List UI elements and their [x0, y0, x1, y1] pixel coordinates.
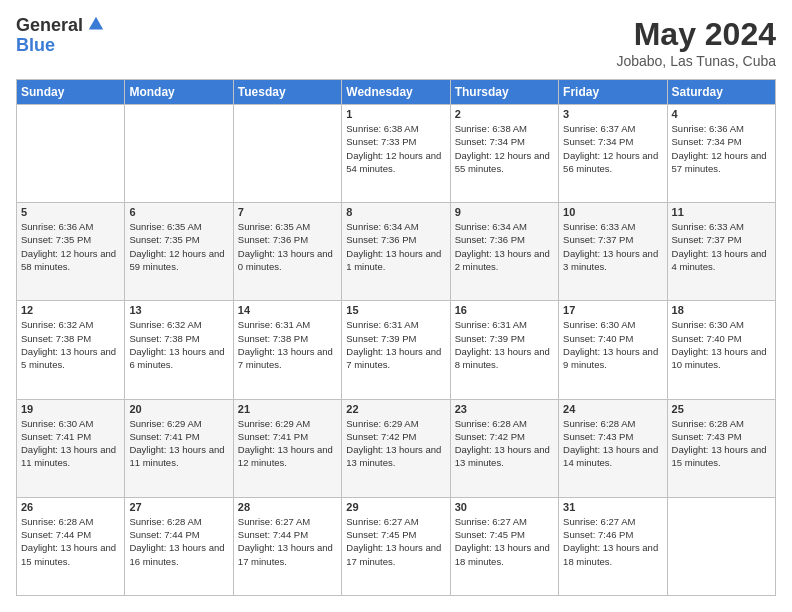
- day-number: 30: [455, 501, 554, 513]
- day-info: Sunrise: 6:32 AMSunset: 7:38 PMDaylight:…: [129, 318, 228, 371]
- table-row: 6Sunrise: 6:35 AMSunset: 7:35 PMDaylight…: [125, 203, 233, 301]
- header: General Blue May 2024 Jobabo, Las Tunas,…: [16, 16, 776, 69]
- calendar-week-row: 5Sunrise: 6:36 AMSunset: 7:35 PMDaylight…: [17, 203, 776, 301]
- logo-icon: [87, 15, 105, 33]
- day-info: Sunrise: 6:30 AMSunset: 7:41 PMDaylight:…: [21, 417, 120, 470]
- day-number: 6: [129, 206, 228, 218]
- calendar-week-row: 19Sunrise: 6:30 AMSunset: 7:41 PMDayligh…: [17, 399, 776, 497]
- day-number: 24: [563, 403, 662, 415]
- day-info: Sunrise: 6:28 AMSunset: 7:44 PMDaylight:…: [129, 515, 228, 568]
- day-info: Sunrise: 6:31 AMSunset: 7:38 PMDaylight:…: [238, 318, 337, 371]
- day-info: Sunrise: 6:27 AMSunset: 7:45 PMDaylight:…: [346, 515, 445, 568]
- table-row: 2Sunrise: 6:38 AMSunset: 7:34 PMDaylight…: [450, 105, 558, 203]
- table-row: 28Sunrise: 6:27 AMSunset: 7:44 PMDayligh…: [233, 497, 341, 595]
- day-number: 15: [346, 304, 445, 316]
- day-number: 16: [455, 304, 554, 316]
- day-info: Sunrise: 6:29 AMSunset: 7:41 PMDaylight:…: [238, 417, 337, 470]
- col-sunday: Sunday: [17, 80, 125, 105]
- day-number: 12: [21, 304, 120, 316]
- table-row: [17, 105, 125, 203]
- day-info: Sunrise: 6:34 AMSunset: 7:36 PMDaylight:…: [346, 220, 445, 273]
- day-number: 17: [563, 304, 662, 316]
- table-row: 25Sunrise: 6:28 AMSunset: 7:43 PMDayligh…: [667, 399, 775, 497]
- day-info: Sunrise: 6:28 AMSunset: 7:43 PMDaylight:…: [672, 417, 771, 470]
- table-row: 10Sunrise: 6:33 AMSunset: 7:37 PMDayligh…: [559, 203, 667, 301]
- table-row: 7Sunrise: 6:35 AMSunset: 7:36 PMDaylight…: [233, 203, 341, 301]
- day-info: Sunrise: 6:30 AMSunset: 7:40 PMDaylight:…: [563, 318, 662, 371]
- table-row: 27Sunrise: 6:28 AMSunset: 7:44 PMDayligh…: [125, 497, 233, 595]
- title-section: May 2024 Jobabo, Las Tunas, Cuba: [616, 16, 776, 69]
- table-row: 17Sunrise: 6:30 AMSunset: 7:40 PMDayligh…: [559, 301, 667, 399]
- month-title: May 2024: [616, 16, 776, 53]
- day-number: 19: [21, 403, 120, 415]
- table-row: 22Sunrise: 6:29 AMSunset: 7:42 PMDayligh…: [342, 399, 450, 497]
- table-row: 19Sunrise: 6:30 AMSunset: 7:41 PMDayligh…: [17, 399, 125, 497]
- day-number: 31: [563, 501, 662, 513]
- calendar-week-row: 12Sunrise: 6:32 AMSunset: 7:38 PMDayligh…: [17, 301, 776, 399]
- table-row: 5Sunrise: 6:36 AMSunset: 7:35 PMDaylight…: [17, 203, 125, 301]
- day-number: 27: [129, 501, 228, 513]
- day-info: Sunrise: 6:31 AMSunset: 7:39 PMDaylight:…: [455, 318, 554, 371]
- day-number: 1: [346, 108, 445, 120]
- table-row: 18Sunrise: 6:30 AMSunset: 7:40 PMDayligh…: [667, 301, 775, 399]
- day-number: 25: [672, 403, 771, 415]
- logo: General Blue: [16, 16, 105, 56]
- day-info: Sunrise: 6:33 AMSunset: 7:37 PMDaylight:…: [672, 220, 771, 273]
- table-row: 21Sunrise: 6:29 AMSunset: 7:41 PMDayligh…: [233, 399, 341, 497]
- day-number: 23: [455, 403, 554, 415]
- table-row: 16Sunrise: 6:31 AMSunset: 7:39 PMDayligh…: [450, 301, 558, 399]
- calendar-week-row: 1Sunrise: 6:38 AMSunset: 7:33 PMDaylight…: [17, 105, 776, 203]
- table-row: [667, 497, 775, 595]
- day-number: 7: [238, 206, 337, 218]
- day-info: Sunrise: 6:31 AMSunset: 7:39 PMDaylight:…: [346, 318, 445, 371]
- table-row: 24Sunrise: 6:28 AMSunset: 7:43 PMDayligh…: [559, 399, 667, 497]
- day-info: Sunrise: 6:38 AMSunset: 7:34 PMDaylight:…: [455, 122, 554, 175]
- day-info: Sunrise: 6:36 AMSunset: 7:35 PMDaylight:…: [21, 220, 120, 273]
- day-number: 11: [672, 206, 771, 218]
- table-row: 11Sunrise: 6:33 AMSunset: 7:37 PMDayligh…: [667, 203, 775, 301]
- day-info: Sunrise: 6:29 AMSunset: 7:41 PMDaylight:…: [129, 417, 228, 470]
- table-row: 12Sunrise: 6:32 AMSunset: 7:38 PMDayligh…: [17, 301, 125, 399]
- col-friday: Friday: [559, 80, 667, 105]
- page: General Blue May 2024 Jobabo, Las Tunas,…: [0, 0, 792, 612]
- day-info: Sunrise: 6:28 AMSunset: 7:44 PMDaylight:…: [21, 515, 120, 568]
- day-number: 14: [238, 304, 337, 316]
- table-row: 20Sunrise: 6:29 AMSunset: 7:41 PMDayligh…: [125, 399, 233, 497]
- calendar-week-row: 26Sunrise: 6:28 AMSunset: 7:44 PMDayligh…: [17, 497, 776, 595]
- day-number: 5: [21, 206, 120, 218]
- day-info: Sunrise: 6:30 AMSunset: 7:40 PMDaylight:…: [672, 318, 771, 371]
- table-row: 3Sunrise: 6:37 AMSunset: 7:34 PMDaylight…: [559, 105, 667, 203]
- day-number: 8: [346, 206, 445, 218]
- table-row: 1Sunrise: 6:38 AMSunset: 7:33 PMDaylight…: [342, 105, 450, 203]
- col-saturday: Saturday: [667, 80, 775, 105]
- table-row: [233, 105, 341, 203]
- table-row: 26Sunrise: 6:28 AMSunset: 7:44 PMDayligh…: [17, 497, 125, 595]
- table-row: 31Sunrise: 6:27 AMSunset: 7:46 PMDayligh…: [559, 497, 667, 595]
- day-number: 29: [346, 501, 445, 513]
- day-info: Sunrise: 6:34 AMSunset: 7:36 PMDaylight:…: [455, 220, 554, 273]
- col-thursday: Thursday: [450, 80, 558, 105]
- day-number: 13: [129, 304, 228, 316]
- day-info: Sunrise: 6:29 AMSunset: 7:42 PMDaylight:…: [346, 417, 445, 470]
- day-info: Sunrise: 6:27 AMSunset: 7:45 PMDaylight:…: [455, 515, 554, 568]
- table-row: 9Sunrise: 6:34 AMSunset: 7:36 PMDaylight…: [450, 203, 558, 301]
- day-info: Sunrise: 6:36 AMSunset: 7:34 PMDaylight:…: [672, 122, 771, 175]
- day-info: Sunrise: 6:33 AMSunset: 7:37 PMDaylight:…: [563, 220, 662, 273]
- day-info: Sunrise: 6:38 AMSunset: 7:33 PMDaylight:…: [346, 122, 445, 175]
- col-monday: Monday: [125, 80, 233, 105]
- table-row: [125, 105, 233, 203]
- day-number: 18: [672, 304, 771, 316]
- svg-marker-0: [89, 17, 103, 30]
- location: Jobabo, Las Tunas, Cuba: [616, 53, 776, 69]
- day-info: Sunrise: 6:35 AMSunset: 7:35 PMDaylight:…: [129, 220, 228, 273]
- day-number: 4: [672, 108, 771, 120]
- day-info: Sunrise: 6:27 AMSunset: 7:46 PMDaylight:…: [563, 515, 662, 568]
- table-row: 29Sunrise: 6:27 AMSunset: 7:45 PMDayligh…: [342, 497, 450, 595]
- logo-general-text: General: [16, 16, 83, 36]
- day-info: Sunrise: 6:37 AMSunset: 7:34 PMDaylight:…: [563, 122, 662, 175]
- day-info: Sunrise: 6:27 AMSunset: 7:44 PMDaylight:…: [238, 515, 337, 568]
- day-info: Sunrise: 6:32 AMSunset: 7:38 PMDaylight:…: [21, 318, 120, 371]
- day-number: 9: [455, 206, 554, 218]
- day-number: 28: [238, 501, 337, 513]
- calendar: Sunday Monday Tuesday Wednesday Thursday…: [16, 79, 776, 596]
